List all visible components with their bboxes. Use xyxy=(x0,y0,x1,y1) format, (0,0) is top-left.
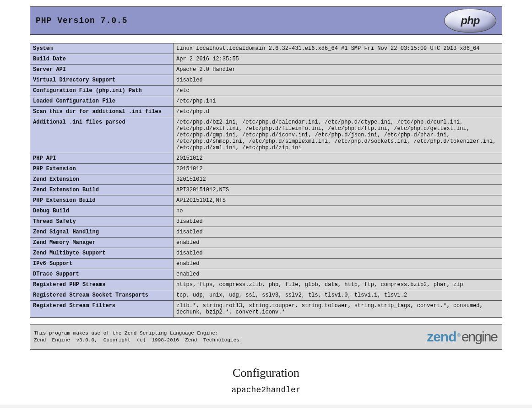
table-row: Scan this dir for additional .ini files/… xyxy=(30,107,502,117)
table-row: Virtual Directory Supportdisabled xyxy=(30,75,502,86)
info-key: Build Date xyxy=(30,54,174,65)
zend-engine-box: This program makes use of the Zend Scrip… xyxy=(30,324,502,350)
table-row: Zend Extension320151012 xyxy=(30,174,502,185)
info-value: /etc xyxy=(174,86,502,96)
table-row: PHP API20151012 xyxy=(30,153,502,164)
php-logo-text: php xyxy=(461,14,480,27)
table-row: Zend Extension BuildAPI320151012,NTS xyxy=(30,185,502,195)
info-value: disabled xyxy=(174,248,502,259)
info-value: disabled xyxy=(174,216,502,227)
table-row: IPv6 Supportenabled xyxy=(30,259,502,269)
table-row: Build DateApr 2 2016 12:35:55 xyxy=(30,54,502,65)
zend-logo-engine: engine xyxy=(461,329,497,345)
table-row: Configuration File (php.ini) Path/etc xyxy=(30,86,502,96)
table-row: Zend Memory Managerenabled xyxy=(30,238,502,248)
zend-logo-zend: zend xyxy=(427,329,456,345)
info-value: /etc/php.d/bz2.ini, /etc/php.d/calendar.… xyxy=(174,117,502,153)
info-value: enabled xyxy=(174,238,502,248)
info-value: /etc/php.ini xyxy=(174,96,502,107)
info-value: Apr 2 2016 12:35:55 xyxy=(174,54,502,65)
info-value: API320151012,NTS xyxy=(174,185,502,195)
info-key: Zend Extension xyxy=(30,174,174,185)
table-row: SystemLinux localhost.localdomain 2.6.32… xyxy=(30,43,502,54)
info-key: Zend Signal Handling xyxy=(30,227,174,238)
info-key: Zend Multibyte Support xyxy=(30,248,174,259)
table-row: Zend Signal Handlingdisabled xyxy=(30,227,502,238)
info-value: 20151012 xyxy=(174,164,502,174)
info-value: zlib.*, string.rot13, string.toupper, st… xyxy=(174,301,502,318)
zend-text: This program makes use of the Zend Scrip… xyxy=(34,330,239,344)
info-key: Virtual Directory Support xyxy=(30,75,174,86)
info-value: API20151012,NTS xyxy=(174,195,502,206)
table-row: Server APIApache 2.0 Handler xyxy=(30,65,502,75)
info-value: no xyxy=(174,206,502,216)
info-value: /etc/php.d xyxy=(174,107,502,117)
table-row: Zend Multibyte Supportdisabled xyxy=(30,248,502,259)
info-value: https, ftps, compress.zlib, php, file, g… xyxy=(174,280,502,290)
table-row: Debug Buildno xyxy=(30,206,502,216)
info-key: Zend Memory Manager xyxy=(30,238,174,248)
info-value: 20151012 xyxy=(174,153,502,164)
info-value: Apache 2.0 Handler xyxy=(174,65,502,75)
info-key: PHP Extension Build xyxy=(30,195,174,206)
table-row: Thread Safetydisabled xyxy=(30,216,502,227)
info-key: Configuration File (php.ini) Path xyxy=(30,86,174,96)
info-value: 320151012 xyxy=(174,174,502,185)
registered-mark: ® xyxy=(457,333,461,338)
table-row: PHP Extension20151012 xyxy=(30,164,502,174)
info-value: disabled xyxy=(174,227,502,238)
section-heading: apache2handler xyxy=(30,385,502,395)
info-value: enabled xyxy=(174,259,502,269)
page-title: PHP Version 7.0.5 xyxy=(36,16,128,25)
bottom-bar xyxy=(0,405,532,408)
table-row: Registered Stream Socket Transportstcp, … xyxy=(30,290,502,301)
info-key: Additional .ini files parsed xyxy=(30,117,174,153)
table-row: Loaded Configuration File/etc/php.ini xyxy=(30,96,502,107)
info-key: Scan this dir for additional .ini files xyxy=(30,107,174,117)
info-key: Registered Stream Filters xyxy=(30,301,174,318)
info-value: disabled xyxy=(174,75,502,86)
zend-logo: zend®engine xyxy=(427,329,497,345)
info-key: Registered Stream Socket Transports xyxy=(30,290,174,301)
info-key: Registered PHP Streams xyxy=(30,280,174,290)
info-value: enabled xyxy=(174,269,502,280)
configuration-heading: Configuration xyxy=(30,366,502,380)
info-key: IPv6 Support xyxy=(30,259,174,269)
info-key: PHP API xyxy=(30,153,174,164)
info-key: DTrace Support xyxy=(30,269,174,280)
info-key: Thread Safety xyxy=(30,216,174,227)
php-info-table: SystemLinux localhost.localdomain 2.6.32… xyxy=(30,43,502,318)
info-key: Debug Build xyxy=(30,206,174,216)
info-key: Zend Extension Build xyxy=(30,185,174,195)
table-row: Registered PHP Streamshttps, ftps, compr… xyxy=(30,280,502,290)
table-row: Additional .ini files parsed/etc/php.d/b… xyxy=(30,117,502,153)
table-row: Registered Stream Filterszlib.*, string.… xyxy=(30,301,502,318)
info-key: PHP Extension xyxy=(30,164,174,174)
php-logo: php xyxy=(444,9,496,32)
table-row: PHP Extension BuildAPI20151012,NTS xyxy=(30,195,502,206)
info-key: System xyxy=(30,43,174,54)
table-row: DTrace Supportenabled xyxy=(30,269,502,280)
info-value: Linux localhost.localdomain 2.6.32-431.e… xyxy=(174,43,502,54)
php-version-header: PHP Version 7.0.5 php xyxy=(30,6,502,35)
info-key: Loaded Configuration File xyxy=(30,96,174,107)
info-key: Server API xyxy=(30,65,174,75)
info-value: tcp, udp, unix, udg, ssl, sslv3, sslv2, … xyxy=(174,290,502,301)
